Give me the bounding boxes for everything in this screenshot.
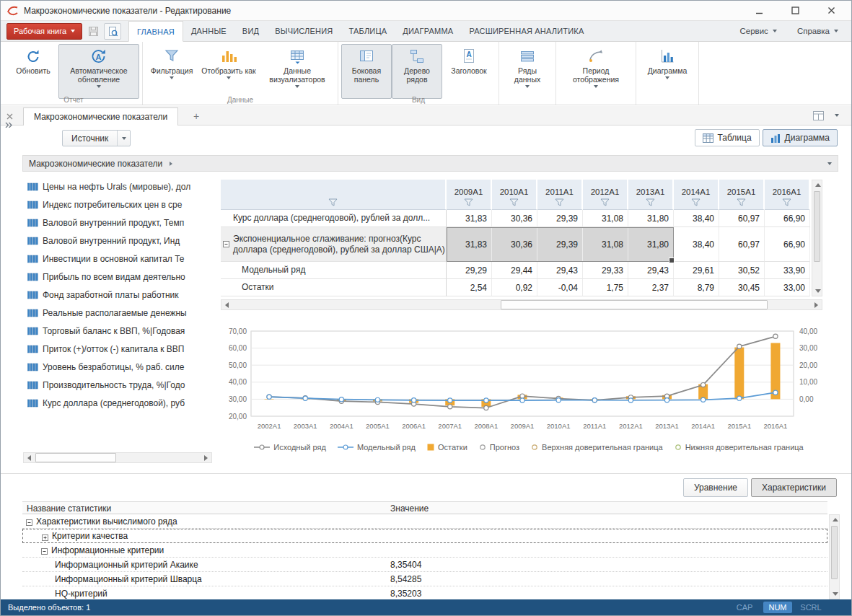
table-cell[interactable]: 66,90 (765, 210, 810, 227)
filter-funnel-icon[interactable] (737, 198, 746, 206)
stats-row[interactable]: Информационные критерии (22, 543, 827, 558)
table-cell[interactable]: 60,97 (719, 227, 765, 262)
scroll-left-button[interactable] (24, 453, 35, 462)
add-tab-button[interactable]: + (190, 110, 203, 123)
tree-item[interactable]: Индекс потребительских цен в сре (22, 195, 214, 214)
filter-funnel-icon[interactable] (782, 198, 791, 206)
table-cell[interactable]: 29,39 (537, 227, 583, 262)
data-series-button[interactable]: Ряды данных (502, 44, 553, 99)
table-vertical-scrollbar[interactable] (812, 180, 822, 296)
column-header[interactable]: 2011A1 (537, 180, 583, 210)
column-header[interactable]: 2012A1 (583, 180, 628, 210)
table-cell[interactable]: 29,43 (628, 262, 674, 279)
scroll-right-button[interactable] (811, 300, 822, 309)
source-dropdown[interactable] (117, 131, 130, 146)
auto-refresh-button[interactable]: A Автоматическое обновление (58, 44, 139, 99)
scroll-down-button[interactable] (830, 589, 840, 599)
table-cell[interactable]: 30,36 (492, 227, 537, 262)
table-cell[interactable]: 30,45 (719, 279, 765, 296)
maximize-button[interactable] (786, 4, 804, 18)
tree-item[interactable]: Торговый баланс к ВВП, %|Годовая (22, 322, 214, 340)
minimize-button[interactable] (750, 4, 768, 18)
tree-horizontal-scrollbar[interactable] (23, 452, 212, 463)
column-header[interactable]: 2009A1 (447, 180, 492, 210)
ribbon-tab[interactable]: ВИД (234, 21, 267, 41)
equation-button[interactable]: Уравнение (683, 478, 748, 497)
table-cell[interactable]: 30,52 (719, 262, 765, 279)
table-cell[interactable]: 8,79 (674, 279, 719, 296)
table-cell[interactable]: 31,08 (583, 227, 628, 262)
scrollbar-thumb[interactable] (501, 300, 768, 309)
table-cell[interactable]: 31,83 (447, 210, 492, 227)
table-cell[interactable]: 2,37 (628, 279, 674, 296)
column-header-series[interactable] (221, 180, 447, 210)
ribbon-tab[interactable]: ГЛАВНАЯ (128, 21, 183, 42)
tree-item[interactable]: Валовой внутренний продукт, Темп (22, 214, 214, 232)
scrollbar-thumb[interactable] (814, 191, 820, 262)
stats-row[interactable]: Информационный критерий Шварца8,54285 (22, 572, 827, 586)
ribbon-tab[interactable]: РАСШИРЕННАЯ АНАЛИТИКА (461, 21, 592, 41)
filter-funnel-icon[interactable] (509, 198, 519, 206)
table-cell[interactable]: 31,08 (583, 210, 628, 227)
ribbon-tab[interactable]: ВЫЧИСЛЕНИЯ (267, 21, 341, 41)
source-button[interactable]: Источник (62, 130, 131, 146)
table-cell[interactable]: 1,75 (583, 279, 628, 296)
expand-icon[interactable] (42, 534, 48, 541)
collapse-icon[interactable] (26, 519, 32, 526)
table-cell[interactable]: 30,36 (492, 210, 537, 227)
stats-row[interactable]: Информационный критерий Акаике8,35404 (22, 558, 827, 572)
tree-item[interactable]: Реальные располагаемые денежны (22, 304, 214, 322)
tree-item[interactable]: Прибыль по всем видам деятельно (22, 268, 214, 286)
filter-funnel-icon[interactable] (555, 198, 564, 206)
tree-item[interactable]: Приток (+)/отток (-) капитала к ВВП (22, 340, 214, 358)
chart-view-button[interactable]: Диаграмма (763, 129, 838, 146)
stats-row[interactable]: Критерии качества (22, 529, 827, 543)
scroll-up-button[interactable] (812, 180, 823, 190)
scroll-down-button[interactable] (812, 286, 823, 296)
table-cell[interactable]: 60,97 (719, 210, 765, 227)
workbook-menu-button[interactable]: Рабочая книга (6, 23, 82, 40)
table-cell[interactable]: 0,92 (492, 279, 537, 296)
table-cell[interactable]: 31,80 (628, 227, 674, 262)
table-cell[interactable]: 31,80 (628, 210, 674, 227)
filter-funnel-icon[interactable] (646, 198, 655, 206)
refresh-button[interactable]: Обновить (8, 44, 58, 99)
table-cell[interactable]: 29,61 (674, 262, 719, 279)
stats-vertical-scrollbar[interactable] (829, 514, 840, 599)
table-cell[interactable]: 66,90 (765, 227, 810, 262)
visualizer-data-button[interactable]: Данные визуализаторов (260, 44, 335, 99)
collapse-icon[interactable] (41, 548, 48, 555)
tree-item[interactable]: Фонд заработной платы работник (22, 286, 214, 304)
column-header[interactable]: 2010A1 (492, 180, 537, 210)
filter-funnel-icon[interactable] (600, 198, 610, 206)
series-tree-button[interactable]: Дерево рядов (392, 44, 442, 99)
table-cell[interactable]: 2,54 (447, 279, 492, 296)
close-button[interactable] (822, 4, 840, 18)
stats-row[interactable]: HQ-критерий8,35203 (22, 586, 827, 601)
service-menu[interactable]: Сервис (739, 27, 776, 35)
table-cell[interactable]: 29,33 (583, 262, 628, 279)
table-view-button[interactable]: Таблица (695, 129, 760, 146)
save-button[interactable] (84, 23, 102, 40)
characteristics-button[interactable]: Характеристики (751, 478, 837, 497)
table-cell[interactable]: 33,00 (765, 279, 810, 296)
report-section-header[interactable]: Макроэкономические показатели (22, 155, 838, 172)
table-cell[interactable]: 38,40 (674, 210, 719, 227)
scroll-left-button[interactable] (221, 300, 232, 309)
table-row-header[interactable]: Курс доллара (среднегодовой), рублей за … (221, 210, 447, 227)
ribbon-tab[interactable]: ДАННЫЕ (183, 21, 234, 41)
table-cell[interactable]: 29,43 (537, 262, 583, 279)
table-horizontal-scrollbar[interactable] (221, 299, 822, 310)
filter-button[interactable]: Фильтрация (146, 44, 198, 99)
chevron-down-icon[interactable] (827, 162, 832, 165)
stats-row[interactable]: Характеристики вычислимого ряда (22, 514, 827, 529)
filter-funnel-icon[interactable] (328, 198, 338, 206)
collapse-icon[interactable] (223, 241, 229, 247)
scrollbar-thumb[interactable] (831, 526, 838, 579)
table-cell[interactable]: -0,04 (537, 279, 583, 296)
table-cell[interactable]: 38,40 (674, 227, 719, 262)
tree-item[interactable]: Производительность труда, %|Годо (22, 376, 214, 394)
table-row-header[interactable]: Модельный ряд (221, 262, 447, 279)
tree-item[interactable]: Уровень безработицы, % раб. силе (22, 358, 214, 376)
tab-list-button[interactable] (831, 110, 843, 121)
